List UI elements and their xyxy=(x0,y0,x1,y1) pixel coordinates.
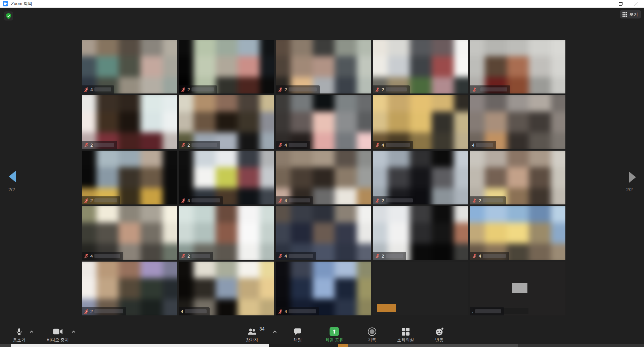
video-tile[interactable]: 2 xyxy=(179,206,274,260)
participant-name-bar: 2 xyxy=(373,196,416,204)
video-tile[interactable]: 2 xyxy=(373,206,468,260)
muted-mic-icon xyxy=(84,309,89,314)
muted-mic-icon xyxy=(375,143,380,148)
blurred-name xyxy=(476,143,493,147)
bottom-edge-strip xyxy=(0,344,644,347)
participant-name-bar: 4 xyxy=(276,196,313,204)
participant-name: 2 xyxy=(187,87,190,92)
video-tile[interactable]: 2 xyxy=(179,95,274,149)
blurred-name xyxy=(289,309,316,313)
titlebar: Zoom 회의 xyxy=(0,0,644,8)
record-button[interactable]: 기록 xyxy=(357,326,387,343)
participant-name-bar: 4 xyxy=(276,141,310,149)
blurred-name xyxy=(289,87,317,91)
mute-label: 음소거 xyxy=(4,338,34,343)
participant-name-bar: 2 xyxy=(373,252,406,260)
record-icon xyxy=(357,326,387,337)
muted-mic-icon xyxy=(375,254,380,259)
video-tile[interactable]: 2 xyxy=(179,40,274,93)
video-detail xyxy=(377,304,396,311)
participants-options-chevron[interactable] xyxy=(273,329,277,335)
participants-label: 참가자 xyxy=(237,338,267,343)
participant-name: 4 xyxy=(181,309,183,314)
muted-mic-icon xyxy=(181,198,186,203)
participant-name: 4 xyxy=(90,254,93,258)
blurred-name xyxy=(475,309,501,313)
video-tile[interactable]: 4 xyxy=(276,95,371,149)
participant-name: 4 xyxy=(285,309,287,314)
video-tile[interactable]: 2 xyxy=(276,40,371,93)
view-button[interactable]: 보기 xyxy=(620,10,641,18)
muted-mic-icon xyxy=(84,87,89,92)
video-tile[interactable]: 4 xyxy=(179,262,274,315)
video-tile[interactable]: 4 xyxy=(470,95,565,149)
video-tile[interactable]: 2 xyxy=(82,95,177,149)
security-shield-badge[interactable] xyxy=(4,11,13,21)
next-page-arrow[interactable] xyxy=(629,171,636,183)
blurred-name xyxy=(94,87,111,91)
camera-icon xyxy=(43,326,73,337)
participant-name-bar: 4 xyxy=(82,252,123,260)
minimize-button[interactable] xyxy=(598,0,613,7)
participant-name: 2 xyxy=(187,143,190,147)
video-tile[interactable]: 4 xyxy=(470,206,565,260)
muted-mic-icon xyxy=(181,143,186,148)
participant-name-bar xyxy=(470,85,510,93)
video-tile[interactable] xyxy=(373,262,468,315)
close-button[interactable] xyxy=(629,0,644,7)
video-options-chevron[interactable] xyxy=(72,329,76,335)
zoom-meeting-window: Zoom 회의 보기 2/2 2/2 422222444244224242424… xyxy=(0,0,644,347)
video-tile[interactable]: 4 xyxy=(373,95,468,149)
video-tile[interactable]: 4 xyxy=(276,262,371,315)
previous-page-arrow[interactable] xyxy=(9,171,16,182)
muted-mic-icon xyxy=(375,87,380,92)
reactions-label: 반응 xyxy=(424,338,455,343)
video-tile[interactable]: 4 xyxy=(179,151,274,204)
reactions-button[interactable]: 반응 xyxy=(424,326,455,343)
video-tile[interactable]: 2 xyxy=(82,262,177,315)
video-tile[interactable]: 4 xyxy=(82,40,177,93)
muted-mic-icon xyxy=(181,254,186,259)
participant-name: 4 xyxy=(479,254,481,258)
video-tile[interactable]: 2 xyxy=(470,151,565,204)
participant-name-bar: 4 xyxy=(373,141,413,149)
restore-button[interactable] xyxy=(613,0,629,7)
muted-mic-icon xyxy=(278,143,283,148)
page-indicator-right: 2/2 xyxy=(626,187,633,192)
stop-video-button[interactable]: 비디오 중지 xyxy=(43,326,73,343)
participant-name: 4 xyxy=(90,87,93,92)
muted-mic-icon xyxy=(278,87,283,92)
mute-options-chevron[interactable] xyxy=(30,329,34,335)
video-tile[interactable]: 2 xyxy=(373,151,468,204)
video-tile[interactable]: 4 xyxy=(276,206,371,260)
breakout-rooms-button[interactable]: 소회의실 xyxy=(390,326,421,343)
participant-name-bar: 2 xyxy=(276,85,320,93)
video-tile[interactable]: 4 xyxy=(276,151,371,204)
video-tile[interactable] xyxy=(470,40,565,93)
participant-name: 4 xyxy=(285,143,287,147)
stop-video-label: 비디오 중지 xyxy=(43,338,73,343)
page-indicator-left: 2/2 xyxy=(8,187,15,192)
participant-name: 2 xyxy=(90,143,93,147)
video-tile[interactable]: 2 xyxy=(82,151,177,204)
participant-name: 2 xyxy=(382,87,384,92)
muted-mic-icon xyxy=(278,309,283,314)
chat-button[interactable]: 채팅 xyxy=(283,326,313,343)
video-tile[interactable]: 2 xyxy=(373,40,468,93)
share-screen-button[interactable]: 화면 공유 xyxy=(319,326,349,343)
view-button-label: 보기 xyxy=(629,11,638,17)
participant-name-bar: 2 xyxy=(82,307,126,315)
muted-mic-icon xyxy=(84,143,89,148)
muted-mic-icon xyxy=(84,198,89,203)
muted-mic-icon xyxy=(472,87,477,92)
video-tile[interactable]: . xyxy=(470,262,565,315)
video-tile[interactable]: 4 xyxy=(82,206,177,260)
blurred-name xyxy=(480,87,507,91)
participant-name: 4 xyxy=(187,198,190,203)
participant-name-bar: 2 xyxy=(82,196,120,204)
share-screen-label: 화면 공유 xyxy=(319,338,349,343)
blurred-name xyxy=(94,309,123,313)
participant-name-bar: 4 xyxy=(179,307,210,315)
blurred-name xyxy=(483,198,503,202)
blurred-name xyxy=(289,198,310,202)
